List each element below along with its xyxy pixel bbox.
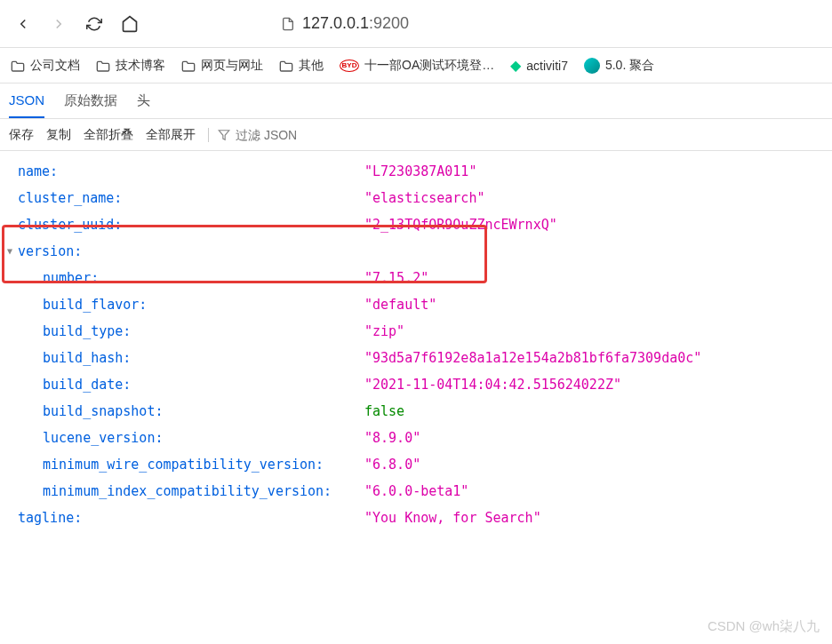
view-tabs: JSON 原始数据 头 — [0, 83, 832, 119]
collapse-toggle-icon[interactable]: ▼ — [7, 242, 18, 260]
json-value: "2021-11-04T14:04:42.515624022Z" — [364, 371, 621, 398]
json-key-build-hash[interactable]: build_hash: — [43, 345, 131, 371]
json-key-build-snapshot[interactable]: build_snapshot: — [43, 398, 163, 425]
json-key-version[interactable]: version: — [18, 238, 82, 265]
copy-action[interactable]: 复制 — [46, 127, 71, 143]
json-key-number[interactable]: number: — [43, 265, 99, 291]
json-key-min-index[interactable]: minimum_index_compatibility_version: — [43, 478, 332, 505]
tab-json[interactable]: JSON — [9, 83, 44, 118]
json-value: "6.0.0-beta1" — [364, 478, 468, 505]
forward-button[interactable] — [50, 15, 68, 33]
page-icon — [281, 17, 295, 31]
json-value: "L7230387A011" — [364, 158, 476, 185]
json-value: false — [364, 398, 404, 425]
json-value: "elasticsearch" — [364, 185, 484, 211]
json-toolbar: 保存 复制 全部折叠 全部展开 — [0, 119, 832, 151]
collapse-all-action[interactable]: 全部折叠 — [84, 127, 133, 143]
json-key-cluster-name[interactable]: cluster_name: — [18, 185, 122, 211]
json-key-lucene-version[interactable]: lucene_version: — [43, 425, 163, 451]
tab-raw[interactable]: 原始数据 — [64, 83, 117, 118]
json-value: "8.9.0" — [364, 425, 420, 451]
filter-box — [208, 128, 342, 142]
json-key-min-wire[interactable]: minimum_wire_compatibility_version: — [43, 451, 324, 478]
json-key-build-date[interactable]: build_date: — [43, 371, 131, 398]
folder-icon — [279, 60, 293, 72]
browser-toolbar: 127.0.0.1:9200 — [0, 0, 832, 48]
json-value: "2_13TQfOR9OuZZncEWrnxQ" — [364, 211, 557, 238]
bookmark-web-urls[interactable]: 网页与网址 — [181, 58, 263, 74]
json-content: name:"L7230387A011" cluster_name:"elasti… — [0, 151, 832, 538]
json-value: "6.8.0" — [364, 451, 420, 478]
home-button[interactable] — [121, 15, 139, 33]
expand-all-action[interactable]: 全部展开 — [146, 127, 196, 143]
json-value: "zip" — [364, 318, 404, 345]
bookmark-aggregate[interactable]: 5.0. 聚合 — [584, 58, 654, 74]
json-value: "default" — [364, 291, 436, 318]
bookmark-company-docs[interactable]: 公司文档 — [11, 58, 80, 74]
tab-headers[interactable]: 头 — [137, 83, 150, 118]
bookmark-tech-blog[interactable]: 技术博客 — [96, 58, 165, 74]
folder-icon — [181, 60, 196, 72]
json-key-name[interactable]: name: — [18, 158, 58, 185]
edge-icon — [584, 58, 600, 74]
url-bar[interactable]: 127.0.0.1:9200 — [281, 14, 409, 33]
bookmark-activiti7[interactable]: ◆ activiti7 — [510, 57, 568, 74]
url-text: 127.0.0.1:9200 — [302, 14, 409, 33]
bookmark-other[interactable]: 其他 — [279, 58, 324, 74]
byd-icon: BYD — [340, 60, 359, 72]
bookmark-oa-test[interactable]: BYD 十一部OA测试环境登… — [340, 58, 494, 74]
json-key-build-type[interactable]: build_type: — [43, 318, 131, 345]
folder-icon — [96, 60, 110, 72]
json-key-cluster-uuid[interactable]: cluster_uuid: — [18, 211, 122, 238]
save-action[interactable]: 保存 — [9, 127, 34, 143]
activiti-icon: ◆ — [510, 57, 521, 74]
watermark: CSDN @wh柒八九 — [708, 618, 820, 635]
back-button[interactable] — [14, 15, 32, 33]
json-value: "You Know, for Search" — [364, 505, 541, 531]
folder-icon — [11, 60, 25, 72]
json-key-build-flavor[interactable]: build_flavor: — [43, 291, 147, 318]
filter-input[interactable] — [236, 128, 342, 142]
filter-icon — [218, 129, 230, 141]
bookmarks-bar: 公司文档 技术博客 网页与网址 其他 BYD 十一部OA测试环境登… ◆ act… — [0, 48, 832, 83]
json-value: "93d5a7f6192e8a1a12e154a2b81bf6fa7309da0… — [364, 345, 701, 371]
reload-button[interactable] — [85, 15, 103, 33]
json-key-tagline[interactable]: tagline: — [18, 505, 82, 531]
json-value: "7.15.2" — [364, 265, 428, 291]
